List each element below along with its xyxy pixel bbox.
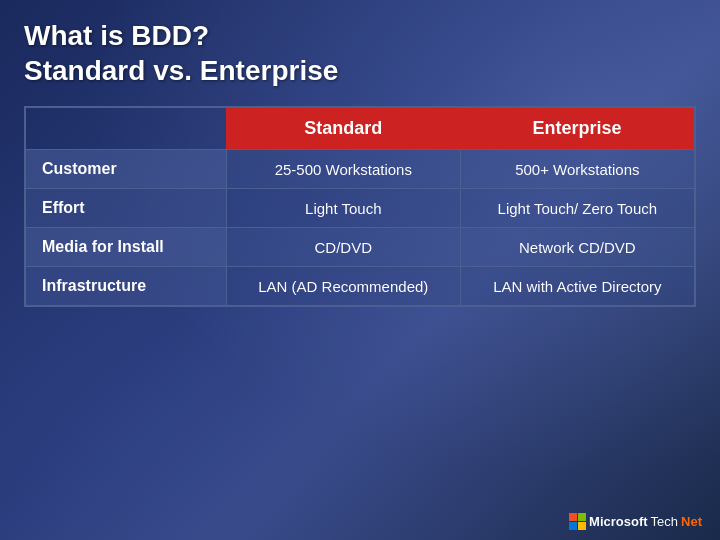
- comparison-table-wrapper: Standard Enterprise Customer25-500 Works…: [24, 106, 696, 307]
- table-header-row: Standard Enterprise: [26, 108, 694, 150]
- row-label-0: Customer: [26, 150, 226, 189]
- table-row: Customer25-500 Workstations500+ Workstat…: [26, 150, 694, 189]
- row-label-3: Infrastructure: [26, 267, 226, 306]
- ms-sq-green: [578, 513, 586, 521]
- title-block: What is BDD? Standard vs. Enterprise: [24, 18, 696, 88]
- row-enterprise-2: Network CD/DVD: [460, 228, 694, 267]
- row-standard-0: 25-500 Workstations: [226, 150, 460, 189]
- col-standard-header: Standard: [226, 108, 460, 150]
- col-enterprise-header: Enterprise: [460, 108, 694, 150]
- row-label-2: Media for Install: [26, 228, 226, 267]
- microsoft-logo: Microsoft TechNet: [569, 513, 702, 530]
- row-enterprise-1: Light Touch/ Zero Touch: [460, 189, 694, 228]
- row-enterprise-0: 500+ Workstations: [460, 150, 694, 189]
- technet-text: Tech: [651, 514, 678, 529]
- col-label-header: [26, 108, 226, 150]
- title-line1: What is BDD?: [24, 18, 696, 53]
- net-text: Net: [681, 514, 702, 529]
- ms-sq-blue: [569, 522, 577, 530]
- ms-sq-red: [569, 513, 577, 521]
- table-row: EffortLight TouchLight Touch/ Zero Touch: [26, 189, 694, 228]
- microsoft-text: Microsoft: [589, 514, 648, 529]
- table-row: InfrastructureLAN (AD Recommended)LAN wi…: [26, 267, 694, 306]
- row-label-1: Effort: [26, 189, 226, 228]
- main-content: What is BDD? Standard vs. Enterprise Sta…: [0, 0, 720, 317]
- ms-logo-squares: [569, 513, 586, 530]
- title-line2: Standard vs. Enterprise: [24, 53, 696, 88]
- ms-sq-yellow: [578, 522, 586, 530]
- row-enterprise-3: LAN with Active Directory: [460, 267, 694, 306]
- row-standard-2: CD/DVD: [226, 228, 460, 267]
- comparison-table: Standard Enterprise Customer25-500 Works…: [26, 108, 694, 305]
- table-row: Media for InstallCD/DVDNetwork CD/DVD: [26, 228, 694, 267]
- row-standard-1: Light Touch: [226, 189, 460, 228]
- row-standard-3: LAN (AD Recommended): [226, 267, 460, 306]
